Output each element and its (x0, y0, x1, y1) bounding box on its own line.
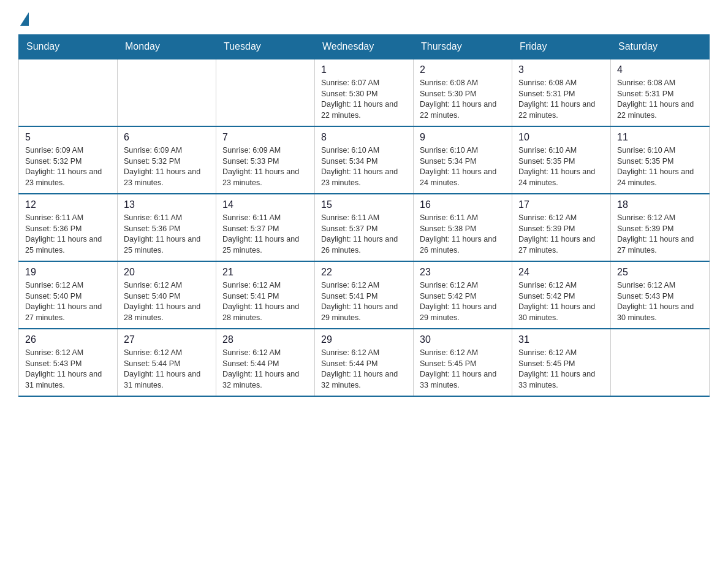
day-header-saturday: Saturday (611, 35, 710, 59)
day-info: Sunrise: 6:12 AMSunset: 5:45 PMDaylight:… (420, 348, 496, 389)
day-info: Sunrise: 6:09 AMSunset: 5:32 PMDaylight:… (25, 146, 102, 187)
day-number: 17 (518, 199, 604, 210)
day-info: Sunrise: 6:12 AMSunset: 5:40 PMDaylight:… (124, 281, 200, 322)
day-info: Sunrise: 6:12 AMSunset: 5:44 PMDaylight:… (321, 348, 398, 389)
day-number: 1 (321, 64, 407, 75)
day-number: 4 (617, 64, 703, 75)
day-info: Sunrise: 6:08 AMSunset: 5:31 PMDaylight:… (518, 79, 595, 120)
day-info: Sunrise: 6:08 AMSunset: 5:31 PMDaylight:… (617, 79, 694, 120)
calendar-cell: 26 Sunrise: 6:12 AMSunset: 5:43 PMDaylig… (19, 329, 118, 396)
day-number: 16 (420, 199, 506, 210)
day-info: Sunrise: 6:12 AMSunset: 5:45 PMDaylight:… (518, 348, 595, 389)
calendar-cell: 16 Sunrise: 6:11 AMSunset: 5:38 PMDaylig… (414, 194, 512, 261)
day-info: Sunrise: 6:10 AMSunset: 5:34 PMDaylight:… (321, 146, 398, 187)
calendar-week-row: 19 Sunrise: 6:12 AMSunset: 5:40 PMDaylig… (19, 261, 710, 329)
logo (18, 12, 29, 22)
day-info: Sunrise: 6:12 AMSunset: 5:44 PMDaylight:… (222, 348, 299, 389)
day-info: Sunrise: 6:11 AMSunset: 5:36 PMDaylight:… (25, 213, 102, 255)
calendar-cell: 27 Sunrise: 6:12 AMSunset: 5:44 PMDaylig… (118, 329, 216, 396)
calendar-cell: 12 Sunrise: 6:11 AMSunset: 5:36 PMDaylig… (19, 194, 118, 261)
calendar-cell (216, 59, 315, 126)
day-header-sunday: Sunday (19, 35, 118, 59)
day-header-tuesday: Tuesday (216, 35, 315, 59)
day-number: 6 (124, 132, 210, 143)
day-info: Sunrise: 6:11 AMSunset: 5:37 PMDaylight:… (222, 213, 299, 255)
calendar-week-row: 1 Sunrise: 6:07 AMSunset: 5:30 PMDayligh… (19, 59, 710, 126)
day-info: Sunrise: 6:11 AMSunset: 5:37 PMDaylight:… (321, 213, 398, 255)
day-number: 23 (420, 267, 506, 278)
calendar-cell: 8 Sunrise: 6:10 AMSunset: 5:34 PMDayligh… (315, 126, 414, 194)
day-number: 9 (420, 132, 506, 143)
day-header-monday: Monday (118, 35, 216, 59)
day-info: Sunrise: 6:12 AMSunset: 5:44 PMDaylight:… (124, 348, 200, 389)
day-number: 8 (321, 132, 407, 143)
day-number: 21 (222, 267, 308, 278)
day-info: Sunrise: 6:09 AMSunset: 5:32 PMDaylight:… (124, 146, 200, 187)
page-header (18, 12, 710, 22)
day-info: Sunrise: 6:12 AMSunset: 5:43 PMDaylight:… (617, 281, 694, 322)
calendar-cell: 21 Sunrise: 6:12 AMSunset: 5:41 PMDaylig… (216, 261, 315, 329)
calendar-cell: 23 Sunrise: 6:12 AMSunset: 5:42 PMDaylig… (414, 261, 512, 329)
day-info: Sunrise: 6:12 AMSunset: 5:42 PMDaylight:… (420, 281, 496, 322)
calendar-cell: 22 Sunrise: 6:12 AMSunset: 5:41 PMDaylig… (315, 261, 414, 329)
calendar-cell: 10 Sunrise: 6:10 AMSunset: 5:35 PMDaylig… (512, 126, 611, 194)
day-number: 18 (617, 199, 703, 210)
day-number: 22 (321, 267, 407, 278)
calendar-cell: 14 Sunrise: 6:11 AMSunset: 5:37 PMDaylig… (216, 194, 315, 261)
day-number: 27 (124, 334, 210, 345)
calendar-week-row: 5 Sunrise: 6:09 AMSunset: 5:32 PMDayligh… (19, 126, 710, 194)
day-info: Sunrise: 6:10 AMSunset: 5:35 PMDaylight:… (617, 146, 694, 187)
day-header-friday: Friday (512, 35, 611, 59)
day-number: 19 (25, 267, 111, 278)
calendar-cell: 19 Sunrise: 6:12 AMSunset: 5:40 PMDaylig… (19, 261, 118, 329)
day-info: Sunrise: 6:12 AMSunset: 5:42 PMDaylight:… (518, 281, 595, 322)
day-number: 15 (321, 199, 407, 210)
day-info: Sunrise: 6:12 AMSunset: 5:39 PMDaylight:… (617, 213, 694, 255)
calendar-cell (611, 329, 710, 396)
day-number: 11 (617, 132, 703, 143)
day-info: Sunrise: 6:12 AMSunset: 5:41 PMDaylight:… (222, 281, 299, 322)
day-number: 7 (222, 132, 308, 143)
calendar-cell: 11 Sunrise: 6:10 AMSunset: 5:35 PMDaylig… (611, 126, 710, 194)
day-number: 30 (420, 334, 506, 345)
day-number: 12 (25, 199, 111, 210)
day-number: 26 (25, 334, 111, 345)
day-info: Sunrise: 6:09 AMSunset: 5:33 PMDaylight:… (222, 146, 299, 187)
calendar-cell: 29 Sunrise: 6:12 AMSunset: 5:44 PMDaylig… (315, 329, 414, 396)
day-number: 5 (25, 132, 111, 143)
day-info: Sunrise: 6:12 AMSunset: 5:40 PMDaylight:… (25, 281, 102, 322)
calendar-table: SundayMondayTuesdayWednesdayThursdayFrid… (18, 34, 710, 397)
day-header-wednesday: Wednesday (315, 35, 414, 59)
calendar-cell: 4 Sunrise: 6:08 AMSunset: 5:31 PMDayligh… (611, 59, 710, 126)
calendar-week-row: 12 Sunrise: 6:11 AMSunset: 5:36 PMDaylig… (19, 194, 710, 261)
calendar-cell: 18 Sunrise: 6:12 AMSunset: 5:39 PMDaylig… (611, 194, 710, 261)
calendar-cell: 9 Sunrise: 6:10 AMSunset: 5:34 PMDayligh… (414, 126, 512, 194)
calendar-cell: 3 Sunrise: 6:08 AMSunset: 5:31 PMDayligh… (512, 59, 611, 126)
calendar-cell: 5 Sunrise: 6:09 AMSunset: 5:32 PMDayligh… (19, 126, 118, 194)
calendar-cell (19, 59, 118, 126)
day-number: 29 (321, 334, 407, 345)
day-info: Sunrise: 6:12 AMSunset: 5:39 PMDaylight:… (518, 213, 595, 255)
calendar-cell: 2 Sunrise: 6:08 AMSunset: 5:30 PMDayligh… (414, 59, 512, 126)
logo-triangle-icon (20, 12, 29, 26)
calendar-cell: 24 Sunrise: 6:12 AMSunset: 5:42 PMDaylig… (512, 261, 611, 329)
calendar-cell: 15 Sunrise: 6:11 AMSunset: 5:37 PMDaylig… (315, 194, 414, 261)
calendar-cell: 1 Sunrise: 6:07 AMSunset: 5:30 PMDayligh… (315, 59, 414, 126)
calendar-cell: 30 Sunrise: 6:12 AMSunset: 5:45 PMDaylig… (414, 329, 512, 396)
calendar-cell: 7 Sunrise: 6:09 AMSunset: 5:33 PMDayligh… (216, 126, 315, 194)
day-number: 31 (518, 334, 604, 345)
calendar-cell (118, 59, 216, 126)
day-number: 13 (124, 199, 210, 210)
day-info: Sunrise: 6:08 AMSunset: 5:30 PMDaylight:… (420, 79, 496, 120)
day-info: Sunrise: 6:12 AMSunset: 5:43 PMDaylight:… (25, 348, 102, 389)
calendar-cell: 31 Sunrise: 6:12 AMSunset: 5:45 PMDaylig… (512, 329, 611, 396)
day-number: 20 (124, 267, 210, 278)
day-number: 25 (617, 267, 703, 278)
day-info: Sunrise: 6:10 AMSunset: 5:35 PMDaylight:… (518, 146, 595, 187)
day-number: 24 (518, 267, 604, 278)
day-number: 14 (222, 199, 308, 210)
calendar-cell: 28 Sunrise: 6:12 AMSunset: 5:44 PMDaylig… (216, 329, 315, 396)
day-info: Sunrise: 6:11 AMSunset: 5:36 PMDaylight:… (124, 213, 200, 255)
day-info: Sunrise: 6:12 AMSunset: 5:41 PMDaylight:… (321, 281, 398, 322)
calendar-header-row: SundayMondayTuesdayWednesdayThursdayFrid… (19, 35, 710, 59)
